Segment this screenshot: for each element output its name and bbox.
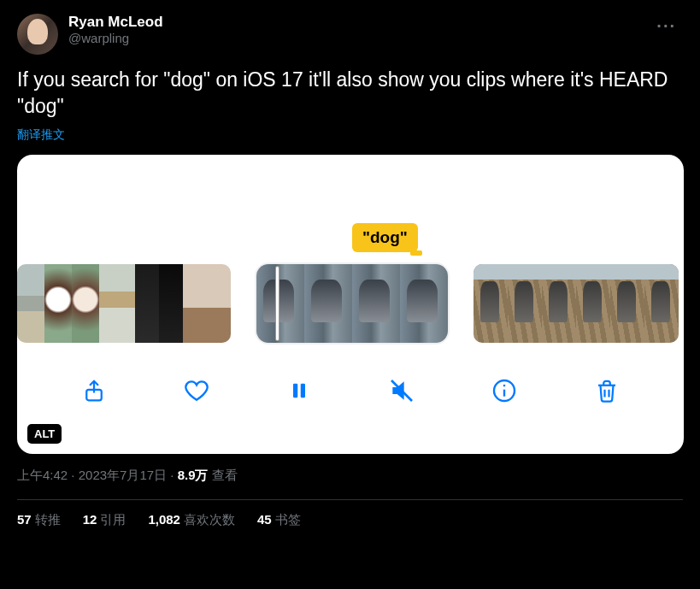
thumbnail[interactable] xyxy=(400,264,448,343)
tweet-text: If you search for "dog" on iOS 17 it'll … xyxy=(17,67,683,120)
tweet: Ryan McLeod @warpling ··· If you search … xyxy=(0,0,700,542)
playhead[interactable] xyxy=(275,266,279,341)
quotes-stat[interactable]: 12引用 xyxy=(83,512,126,528)
views-count[interactable]: 8.9万 xyxy=(178,468,209,482)
clip-group[interactable] xyxy=(17,264,231,343)
media-toolbar xyxy=(17,367,684,415)
thumbnail[interactable] xyxy=(183,264,231,343)
playhead-tick xyxy=(410,250,422,256)
thumbnail[interactable] xyxy=(44,264,72,343)
stats-row: 57转推 12引用 1,082喜欢次数 45书签 xyxy=(17,512,683,528)
thumbnail[interactable] xyxy=(256,264,304,343)
trash-button[interactable] xyxy=(590,374,624,408)
tweet-date[interactable]: 2023年7月17日 xyxy=(79,468,167,482)
info-button[interactable] xyxy=(487,374,521,408)
video-timeline[interactable] xyxy=(17,264,684,343)
tweet-time[interactable]: 上午4:42 xyxy=(17,468,68,482)
views-label: 查看 xyxy=(212,468,238,482)
user-handle[interactable]: @warpling xyxy=(68,31,639,45)
thumbnail[interactable] xyxy=(99,264,135,343)
bookmarks-stat[interactable]: 45书签 xyxy=(257,512,301,528)
thumbnail[interactable] xyxy=(304,264,352,343)
tweet-header: Ryan McLeod @warpling ··· xyxy=(17,14,683,55)
display-name[interactable]: Ryan McLeod xyxy=(68,14,639,31)
thumbnail[interactable] xyxy=(352,264,400,343)
media-card[interactable]: "dog" xyxy=(17,155,684,454)
retweets-stat[interactable]: 57转推 xyxy=(17,512,61,528)
thumbnail[interactable] xyxy=(610,264,644,343)
pause-button[interactable] xyxy=(282,374,316,408)
divider xyxy=(17,499,683,500)
thumbnail[interactable] xyxy=(135,264,159,343)
likes-stat[interactable]: 1,082喜欢次数 xyxy=(148,512,235,528)
mute-button[interactable] xyxy=(385,374,419,408)
avatar[interactable] xyxy=(17,14,58,55)
user-info: Ryan McLeod @warpling xyxy=(68,14,639,45)
translate-link[interactable]: 翻译推文 xyxy=(17,127,65,143)
share-button[interactable] xyxy=(77,374,111,408)
thumbnail[interactable] xyxy=(17,264,44,343)
more-button[interactable]: ··· xyxy=(650,14,683,38)
clip-group[interactable] xyxy=(474,264,679,343)
thumbnail[interactable] xyxy=(508,264,542,343)
svg-rect-1 xyxy=(293,384,297,398)
thumbnail[interactable] xyxy=(644,264,679,343)
thumbnail[interactable] xyxy=(474,264,508,343)
alt-badge[interactable]: ALT xyxy=(27,424,62,444)
thumbnail[interactable] xyxy=(72,264,99,343)
heart-button[interactable] xyxy=(179,374,214,408)
thumbnail[interactable] xyxy=(576,264,610,343)
thumbnail[interactable] xyxy=(542,264,576,343)
clip-group-active[interactable] xyxy=(256,264,448,343)
tweet-meta: 上午4:42 · 2023年7月17日 · 8.9万 查看 xyxy=(17,468,683,484)
svg-rect-2 xyxy=(301,384,305,398)
search-token-label: "dog" xyxy=(352,223,418,252)
thumbnail[interactable] xyxy=(159,264,183,343)
svg-point-6 xyxy=(503,385,506,387)
